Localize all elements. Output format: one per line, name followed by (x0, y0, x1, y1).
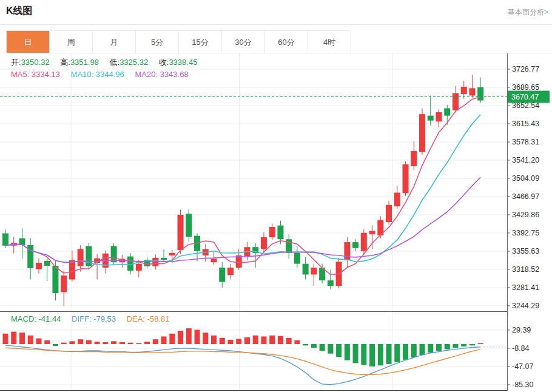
svg-text:-8.84: -8.84 (512, 344, 530, 353)
svg-text:3355.63: 3355.63 (512, 247, 539, 255)
svg-text:3670.47: 3670.47 (511, 93, 539, 101)
svg-text:3392.75: 3392.75 (512, 229, 539, 237)
tab-15min[interactable]: 15分 (179, 31, 222, 53)
svg-text:3504.09: 3504.09 (512, 174, 539, 183)
tab-60min[interactable]: 60分 (265, 31, 308, 53)
svg-text:3541.20: 3541.20 (512, 156, 539, 164)
svg-text:3281.41: 3281.41 (512, 283, 539, 292)
svg-text:-47.07: -47.07 (512, 362, 533, 371)
tab-5min[interactable]: 5分 (136, 31, 179, 53)
svg-text:3429.86: 3429.86 (512, 211, 539, 219)
tab-day[interactable]: 日 (7, 31, 50, 53)
svg-text:3615.43: 3615.43 (512, 120, 539, 128)
svg-text:3578.31: 3578.31 (512, 138, 539, 146)
fundamental-analysis-link[interactable]: 基本面分析> (508, 7, 548, 18)
svg-text:3689.65: 3689.65 (512, 83, 539, 92)
tab-4hour[interactable]: 4时 (308, 31, 351, 53)
page-title: K线图 (6, 5, 33, 18)
period-tabs: 日 周 月 5分 15分 30分 60分 4时 (6, 30, 351, 53)
tab-week[interactable]: 周 (50, 31, 93, 53)
kline-chart-canvas[interactable]: 3726.773689.653652.543615.433578.313541.… (0, 53, 552, 392)
svg-text:3466.97: 3466.97 (512, 192, 539, 201)
header-divider (0, 24, 552, 25)
svg-text:29.39: 29.39 (512, 326, 531, 334)
tab-30min[interactable]: 30分 (222, 31, 265, 53)
svg-text:3726.77: 3726.77 (512, 65, 539, 73)
svg-text:3244.29: 3244.29 (512, 302, 539, 310)
svg-text:3318.52: 3318.52 (512, 265, 539, 274)
svg-text:-85.30: -85.30 (512, 380, 533, 389)
kline-page: K线图 基本面分析> 日 周 月 5分 15分 30分 60分 4时 3726.… (0, 0, 552, 392)
chart-area: 3726.773689.653652.543615.433578.313541.… (0, 53, 552, 392)
tab-month[interactable]: 月 (93, 31, 136, 53)
